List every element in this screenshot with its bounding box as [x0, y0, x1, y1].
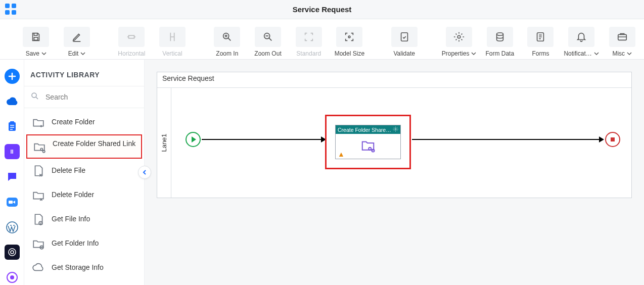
svg-point-28: [395, 128, 396, 130]
svg-rect-1: [12, 4, 16, 8]
standard-view-icon: [296, 27, 322, 47]
activity-get-file-info[interactable]: Get File Info: [24, 207, 144, 231]
activity-create-folder[interactable]: Create Folder: [24, 110, 144, 134]
svg-rect-2: [5, 10, 10, 15]
activity-card: Create Folder Shared… ▲: [335, 125, 401, 159]
folder-info-icon: [31, 236, 45, 251]
wordpress-integration-icon[interactable]: [5, 220, 20, 235]
folder-share-icon: [32, 139, 47, 154]
process-canvas[interactable]: Service Request Lane1 Create Folder Shar…: [157, 72, 632, 198]
gear-icon[interactable]: [393, 126, 398, 133]
zoom-out-button[interactable]: Zoom Out: [250, 26, 286, 57]
svg-rect-5: [129, 35, 134, 38]
activity-create-folder-shared-link[interactable]: Create Folder Shared Link: [26, 134, 142, 159]
canvas-area[interactable]: Service Request Lane1 Create Folder Shar…: [145, 60, 644, 285]
process-title: Service Request: [162, 74, 214, 82]
chevron-down-icon: [594, 50, 599, 57]
horizontal-layout-button[interactable]: Horizontal: [114, 26, 150, 57]
save-button[interactable]: Save: [18, 26, 54, 57]
bell-icon: [568, 27, 594, 47]
collapse-sidebar-button[interactable]: [138, 166, 151, 179]
cloud-integration-icon[interactable]: [5, 94, 20, 109]
chevron-down-icon: [471, 50, 476, 57]
warning-icon: ▲: [338, 150, 345, 158]
vertical-layout-button[interactable]: Vertical: [155, 26, 191, 57]
model-size-icon: [336, 27, 362, 47]
svg-rect-9: [401, 32, 407, 41]
misc-icon: [609, 27, 635, 47]
activity-node-create-folder-shared-link[interactable]: Create Folder Shared… ▲: [325, 115, 411, 169]
svg-rect-0: [5, 4, 10, 8]
svg-rect-15: [10, 121, 14, 123]
forms-icon: [527, 27, 554, 47]
toolbar: Save Edit Horizontal Vertical Zoom In Zo…: [0, 19, 644, 60]
flow-area[interactable]: Create Folder Shared… ▲: [171, 87, 631, 198]
integration-icon-purple[interactable]: II: [5, 144, 20, 159]
target-integration-icon[interactable]: [5, 245, 20, 260]
search-input[interactable]: [44, 92, 138, 102]
header-bar: Service Request: [0, 0, 644, 19]
file-delete-icon: [31, 164, 45, 178]
left-rail: II: [0, 60, 24, 285]
gear-icon: [446, 27, 472, 47]
form-data-button[interactable]: Form Data: [482, 26, 518, 57]
end-node[interactable]: [605, 132, 620, 147]
activity-header: Create Folder Shared…: [336, 125, 400, 134]
search-icon: [30, 91, 39, 103]
folder-delete-icon: [31, 188, 45, 202]
connector-1[interactable]: [202, 139, 325, 140]
activity-get-storage-info[interactable]: Get Storage Info: [24, 256, 144, 280]
zoom-in-button[interactable]: Zoom In: [209, 26, 245, 57]
validate-button[interactable]: Validate: [386, 26, 422, 57]
misc-button[interactable]: Misc: [604, 26, 640, 57]
add-button[interactable]: [5, 69, 20, 84]
svg-rect-17: [9, 201, 13, 204]
clipboard-integration-icon[interactable]: [5, 119, 20, 134]
chat-integration-icon[interactable]: [5, 169, 20, 184]
activity-get-folder-info[interactable]: Get Folder Info: [24, 231, 144, 256]
edit-button[interactable]: Edit: [59, 26, 95, 57]
activity-delete-folder[interactable]: Delete Folder: [24, 183, 144, 207]
svg-point-8: [349, 36, 351, 38]
svg-point-20: [11, 251, 14, 254]
svg-rect-3: [12, 10, 16, 15]
model-size-button[interactable]: Model Size: [332, 26, 367, 57]
svg-point-19: [9, 249, 16, 256]
chevron-down-icon: [80, 50, 85, 57]
app-switcher-icon[interactable]: [5, 4, 16, 17]
validate-icon: [391, 27, 418, 47]
connector-2[interactable]: [412, 139, 603, 140]
main-area: II ACTIVITY LIBRARY Create Folde: [0, 60, 644, 285]
video-integration-icon[interactable]: [5, 195, 20, 210]
start-node[interactable]: [186, 132, 201, 147]
edit-icon: [64, 27, 90, 47]
form-data-icon: [487, 27, 513, 47]
activity-library-sidebar: ACTIVITY LIBRARY Create Folder Create Fo…: [24, 60, 145, 285]
properties-button[interactable]: Properties: [441, 26, 477, 57]
svg-rect-4: [34, 37, 38, 40]
chevron-down-icon: [41, 50, 47, 57]
folder-share-icon: [359, 138, 377, 155]
svg-point-23: [32, 93, 36, 98]
notifications-button[interactable]: Notificat…: [564, 26, 600, 57]
horizontal-icon: [118, 27, 145, 47]
svg-rect-13: [618, 34, 627, 40]
vertical-icon: [159, 27, 186, 47]
play-icon: [192, 136, 196, 142]
zoom-out-icon: [255, 27, 281, 47]
lane-header[interactable]: Lane1: [157, 87, 171, 198]
sidebar-title: ACTIVITY LIBRARY: [24, 60, 144, 86]
forms-button[interactable]: Forms: [523, 26, 559, 57]
save-icon: [23, 27, 49, 47]
zoom-in-icon: [214, 27, 240, 47]
svg-point-22: [10, 275, 14, 279]
extra-integration-icon[interactable]: [5, 270, 20, 285]
svg-point-11: [496, 32, 503, 35]
stop-icon: [611, 137, 615, 141]
folder-add-icon: [31, 115, 45, 129]
zoom-standard-button[interactable]: Standard: [291, 26, 327, 57]
cloud-info-icon: [31, 261, 45, 275]
page-title: Service Request: [6, 5, 638, 14]
activity-delete-file[interactable]: Delete File: [24, 159, 144, 183]
chevron-down-icon: [627, 50, 632, 57]
